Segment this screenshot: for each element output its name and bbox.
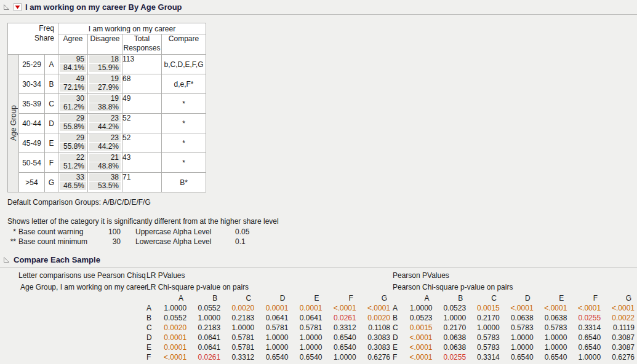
compare-cell: *	[162, 94, 206, 114]
age-table-row: >54G3346.5%3853.5%71B*	[8, 173, 206, 192]
matrix-row-header: B	[393, 313, 401, 323]
matrix-col-header: E	[536, 293, 570, 303]
matrix-col-header: F	[569, 293, 603, 303]
matrix-row: E0.00010.06410.57811.00001.00000.65400.3…	[146, 342, 393, 352]
col-header-compare: Compare	[162, 34, 206, 55]
p-value-cell: 0.1119	[603, 323, 637, 333]
p-value-cell: 0.0261	[325, 313, 359, 323]
p-value-cell: 0.0641	[290, 313, 324, 323]
age-table-row: 45-49E2955.8%2344.2%52*	[8, 133, 206, 153]
p-value-cell: 0.6540	[536, 352, 570, 362]
disagree-cell: 2344.2%	[88, 114, 122, 133]
age-label: 35-39	[19, 94, 45, 114]
col-header-agree: Agree	[58, 34, 88, 55]
p-value-cell: 1.0000	[257, 342, 290, 352]
p-value-cell: 0.0015	[401, 323, 435, 333]
agree-cell: 2955.8%	[58, 133, 88, 153]
significance-note: Shows letter of the category it is signi…	[7, 217, 637, 226]
total-cell: 68	[122, 74, 162, 94]
outline-header-main: I am working on my career By Age Group	[0, 0, 637, 14]
lr-pvalues-title: LR PValues	[146, 270, 393, 282]
matrix-header-row: ABCDEFG	[146, 293, 393, 303]
lr-pvalue-matrix: ABCDEFGA1.00000.05520.00200.00010.0001<.…	[146, 293, 393, 364]
matrix-row: A1.00000.05230.0015<.0001<.0001<.0001<.0…	[393, 303, 637, 313]
p-value-cell: 1.0000	[502, 342, 536, 352]
matrix-col-header: C	[223, 293, 257, 303]
total-cell: 49	[122, 94, 162, 114]
matrix-row-header: E	[393, 342, 401, 352]
age-label: 40-44	[19, 114, 45, 133]
p-value-cell: 0.0020	[155, 323, 189, 333]
p-value-cell: 1.0000	[536, 342, 570, 352]
note-label: Base count minimum	[18, 237, 100, 247]
pearson-matrix-title: Pearson Chi-square p-value on pairs	[393, 282, 637, 293]
note-value2: 0.05	[235, 227, 249, 237]
freq-label: Freq	[8, 23, 58, 33]
pearson-pvalues-block: Pearson PValues Pearson Chi-square p-val…	[393, 270, 637, 364]
agree-cell: 3346.5%	[58, 173, 88, 192]
matrix-row-header: D	[393, 333, 401, 342]
compare-cell: *	[162, 153, 206, 173]
p-value-cell: 0.0020	[359, 313, 393, 323]
p-value-cell: 1.0000	[223, 323, 257, 333]
matrix-row: D<.00010.06380.57831.00001.00000.65400.3…	[393, 333, 637, 342]
p-value-cell: 0.6540	[569, 342, 603, 352]
disagree-cell: 1938.8%	[88, 94, 122, 114]
agree-cell: 2955.8%	[58, 114, 88, 133]
p-value-cell: 0.6540	[569, 333, 603, 342]
note-value: 100	[100, 227, 121, 237]
p-value-cell: 0.3314	[569, 323, 603, 333]
age-label: 45-49	[19, 133, 45, 153]
disclosure-triangle-icon[interactable]	[3, 256, 10, 263]
note-row-warning: * Base count warning 100 Uppercase Alpha…	[6, 227, 637, 237]
p-value-cell: 0.0638	[435, 342, 468, 352]
red-triangle-menu-icon[interactable]	[14, 3, 22, 11]
p-value-cell: 0.0523	[401, 313, 435, 323]
matrix-col-header: F	[325, 293, 359, 303]
age-table-body: Age Group25-29A9584.1%1815.9%113b,C,D,E,…	[8, 55, 206, 192]
matrix-col-header: B	[189, 293, 223, 303]
group-letter: E	[45, 133, 58, 153]
p-value-cell: 1.0000	[468, 323, 502, 333]
p-value-cell: 0.5783	[468, 342, 502, 352]
p-value-cell: 0.6540	[325, 333, 359, 342]
total-cell: 113	[122, 55, 162, 74]
p-value-cell: <.0001	[155, 352, 189, 362]
disclosure-triangle-icon[interactable]	[3, 4, 10, 10]
p-value-cell: 0.0261	[189, 352, 223, 362]
total-cell: 71	[122, 173, 162, 192]
p-value-cell: 0.5783	[502, 323, 536, 333]
caption-variables: Age Group, I am working on my career	[18, 282, 146, 293]
pearson-pvalue-matrix: ABCDEFGA1.00000.05230.0015<.0001<.0001<.…	[393, 293, 637, 364]
p-value-cell: 1.0000	[290, 333, 324, 342]
p-value-cell: 0.0015	[468, 303, 502, 313]
age-label: >54	[19, 173, 45, 192]
note-label2: Lowercase Alpha Level	[135, 237, 226, 247]
lr-pvalues-block: LR PValues LR Chi-square p-value on pair…	[146, 270, 393, 364]
matrix-row: F<.00010.02550.33140.65400.65401.00000.6…	[393, 352, 637, 362]
outline-header-compare: Compare Each Sample	[0, 253, 637, 267]
notes-block: Shows letter of the category it is signi…	[0, 217, 637, 247]
matrix-row-header: C	[146, 323, 155, 333]
p-value-cell: 0.0001	[257, 303, 290, 313]
matrix-row-header: D	[146, 333, 155, 342]
matrix-col-header: G	[359, 293, 393, 303]
matrix-row: D0.00010.06410.57811.00001.00000.65400.3…	[146, 333, 393, 342]
p-value-cell: 0.5781	[257, 323, 290, 333]
agree-cell: 4972.1%	[58, 74, 88, 94]
p-value-cell: <.0001	[569, 303, 603, 313]
caption-pearson-chisq: Letter comparisons use Pearson Chisq	[18, 270, 146, 282]
p-value-cell: 0.3087	[603, 342, 637, 352]
p-value-cell: 1.0000	[290, 342, 324, 352]
p-value-cell: 0.3312	[325, 323, 359, 333]
contingency-table: Freq Share I am working on my career Agr…	[7, 23, 206, 192]
total-cell: 52	[122, 114, 162, 133]
p-value-cell: 0.0638	[536, 313, 570, 323]
agree-cell: 2251.2%	[58, 153, 88, 173]
p-value-cell: 0.3312	[223, 352, 257, 362]
jmp-report-window: { "outline1": { "title": "I am working o…	[0, 0, 637, 364]
age-table-row: 40-44D2955.8%2344.2%52*	[8, 114, 206, 133]
p-value-cell: 0.5781	[223, 342, 257, 352]
p-value-cell: 0.5783	[468, 333, 502, 342]
total-cell: 43	[122, 153, 162, 173]
